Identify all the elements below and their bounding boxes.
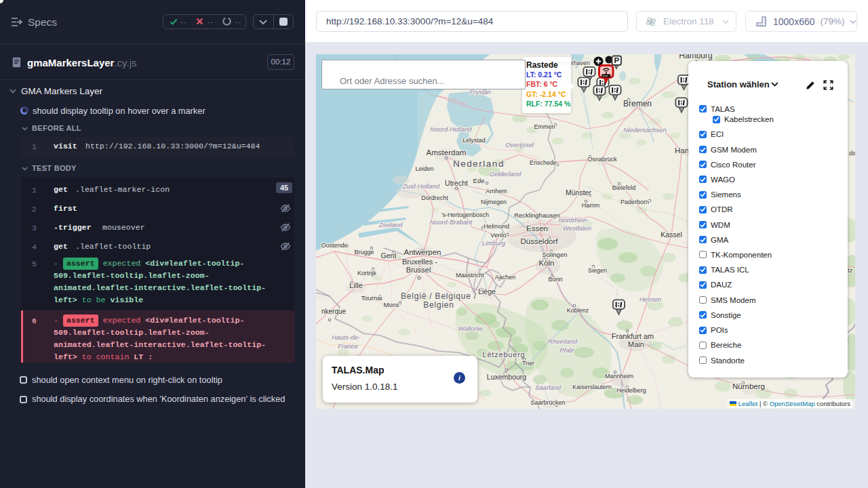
svg-text:P: P [614, 56, 619, 64]
